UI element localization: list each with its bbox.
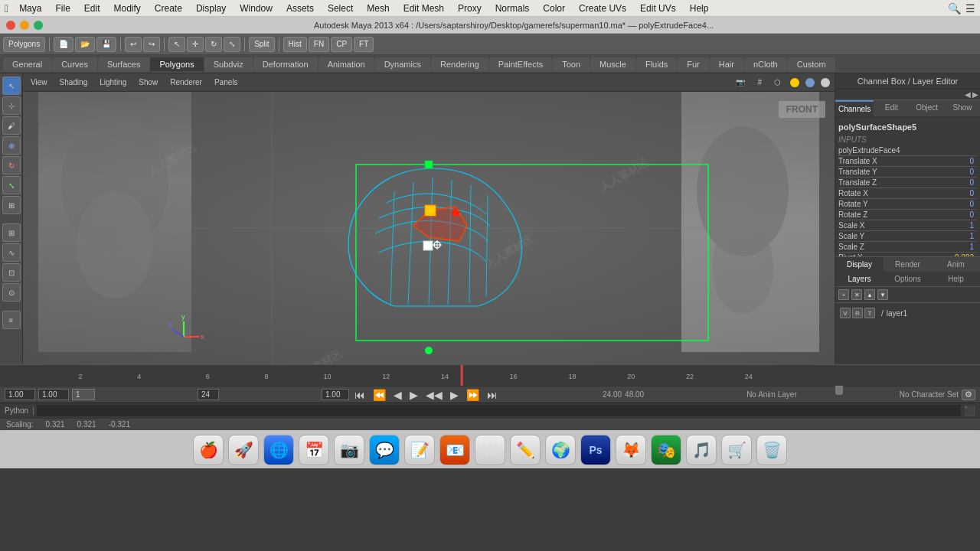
- vp-renderer-menu[interactable]: Renderer: [165, 77, 207, 88]
- snap-curve-btn[interactable]: ∿: [2, 243, 21, 262]
- maximize-button[interactable]: [34, 21, 43, 30]
- go-end-btn[interactable]: ⏭: [485, 389, 500, 401]
- viewport-canvas[interactable]: FRONT 人人素材区 人人素材区 人人素材区 人人素材区: [23, 92, 835, 364]
- tab-surfaces[interactable]: Surfaces: [98, 57, 149, 71]
- tab-dynamics[interactable]: Dynamics: [375, 57, 430, 71]
- menu-edit-mesh[interactable]: Edit Mesh: [397, 2, 450, 15]
- dock-trash[interactable]: 🗑️: [756, 435, 787, 465]
- vp-view-menu[interactable]: View: [26, 77, 52, 88]
- tab-polygons[interactable]: Polygons: [150, 57, 203, 71]
- hist-btn[interactable]: Hist: [283, 37, 307, 52]
- close-button[interactable]: [6, 21, 15, 30]
- dock-word[interactable]: W: [475, 435, 505, 465]
- tab-anim[interactable]: Anim: [932, 257, 980, 272]
- vp-panels-menu[interactable]: Panels: [210, 77, 243, 88]
- subtab-options[interactable]: Options: [884, 272, 932, 286]
- tab-general[interactable]: General: [3, 57, 51, 71]
- tab-subdviz[interactable]: Subdviz: [204, 57, 253, 71]
- rotate-btn[interactable]: ↻: [2, 156, 21, 174]
- new-scene-btn[interactable]: 📄: [54, 37, 74, 52]
- snap-grid-btn[interactable]: ⊞: [2, 223, 21, 242]
- menu-edit-uvs[interactable]: Edit UVs: [634, 2, 682, 15]
- speed-field[interactable]: [322, 389, 349, 400]
- snap-view-btn[interactable]: ⊙: [2, 283, 21, 302]
- go-start-btn[interactable]: ⏮: [352, 389, 368, 401]
- menu-color[interactable]: Color: [537, 2, 571, 15]
- dock-textedit[interactable]: ✏️: [510, 435, 541, 465]
- translate-x-row[interactable]: Translate X 0: [838, 156, 977, 167]
- menu-mesh[interactable]: Mesh: [361, 2, 395, 15]
- vp-shading-menu[interactable]: Shading: [55, 77, 93, 88]
- scale-btn[interactable]: ⤡: [2, 176, 21, 194]
- menu-create[interactable]: Create: [149, 2, 188, 15]
- tab-render[interactable]: Render: [884, 257, 932, 272]
- vp-lighting-menu[interactable]: Lighting: [95, 77, 131, 88]
- python-input[interactable]: [37, 405, 961, 416]
- dock-photoshop[interactable]: Ps: [580, 435, 611, 465]
- layer-vis-btn[interactable]: V: [840, 308, 851, 318]
- subtab-help[interactable]: Help: [932, 272, 980, 286]
- menu-modify[interactable]: Modify: [108, 2, 147, 15]
- dock-firefox[interactable]: 🦊: [616, 435, 646, 465]
- input-node-row[interactable]: polyExtrudeFace4: [838, 145, 977, 156]
- menu-help[interactable]: Help: [684, 2, 715, 15]
- tab-toon[interactable]: Toon: [553, 57, 590, 71]
- tab-muscle[interactable]: Muscle: [590, 57, 635, 71]
- tab-object[interactable]: Object: [910, 100, 945, 116]
- dock-calendar[interactable]: 📅: [299, 435, 329, 465]
- tab-hair[interactable]: Hair: [710, 57, 743, 71]
- dock-photos[interactable]: 📷: [334, 435, 364, 465]
- prev-key-btn[interactable]: ◀: [391, 389, 404, 401]
- dock-safari[interactable]: 🌐: [263, 435, 294, 465]
- wireframe-btn[interactable]: ⬡: [769, 77, 786, 88]
- layer-delete-btn[interactable]: ✕: [851, 289, 862, 300]
- menu-display[interactable]: Display: [190, 2, 232, 15]
- menu-assets[interactable]: Assets: [280, 2, 320, 15]
- end-frame-field[interactable]: [198, 389, 219, 400]
- rotate-tool-btn[interactable]: ↻: [205, 37, 222, 52]
- dock-internet[interactable]: 🌍: [545, 435, 576, 465]
- tab-show[interactable]: Show: [945, 100, 980, 116]
- move-tool-btn[interactable]: ✛: [187, 37, 204, 52]
- rotate-y-row[interactable]: Rotate Y 0: [838, 199, 977, 210]
- scale-x-row[interactable]: Scale X 1: [838, 220, 977, 231]
- minimize-button[interactable]: [20, 21, 29, 30]
- snap-point-btn[interactable]: ⊡: [2, 263, 21, 282]
- tab-fluids[interactable]: Fluids: [636, 57, 677, 71]
- scale-z-row[interactable]: Scale Z 1: [838, 242, 977, 253]
- tab-curves[interactable]: Curves: [52, 57, 97, 71]
- dock-outlook[interactable]: 📧: [439, 435, 470, 465]
- select-tool-btn[interactable]: ↖: [168, 37, 185, 52]
- mode-selector[interactable]: Polygons: [3, 37, 45, 52]
- tab-animation[interactable]: Animation: [318, 57, 374, 71]
- dock-appstore[interactable]: 🛒: [721, 435, 752, 465]
- tab-ncloth[interactable]: nCloth: [744, 57, 787, 71]
- save-btn[interactable]: 💾: [96, 37, 116, 52]
- menu-maya[interactable]: Maya: [13, 2, 47, 15]
- current-time-field[interactable]: [38, 389, 69, 400]
- menu-icon[interactable]: ☰: [965, 2, 975, 15]
- menu-file[interactable]: File: [49, 2, 76, 15]
- maximize-icon[interactable]: ⬛: [964, 406, 975, 416]
- scale-y-row[interactable]: Scale Y 1: [838, 231, 977, 242]
- light-cool[interactable]: [805, 78, 815, 87]
- rotate-x-row[interactable]: Rotate X 0: [838, 188, 977, 199]
- vp-show-menu[interactable]: Show: [134, 77, 162, 88]
- tab-display[interactable]: Display: [835, 257, 884, 272]
- menu-normals[interactable]: Normals: [489, 2, 536, 15]
- panel-collapse-btn[interactable]: ◀: [965, 90, 971, 99]
- dock-skype[interactable]: 💬: [369, 435, 400, 465]
- subtab-layers[interactable]: Layers: [835, 272, 884, 286]
- dock-finder[interactable]: 🍎: [193, 435, 224, 465]
- prev-frame-btn[interactable]: ⏪: [371, 389, 388, 401]
- play-reverse-btn[interactable]: ◀◀: [423, 389, 445, 401]
- dock-notes[interactable]: 📝: [404, 435, 435, 465]
- lasso-tool-btn[interactable]: ⊹: [2, 96, 21, 115]
- open-btn[interactable]: 📂: [75, 37, 95, 52]
- layer-btn[interactable]: ≡: [2, 311, 21, 329]
- dock-cleopatra[interactable]: 🎭: [651, 435, 681, 465]
- paint-select-btn[interactable]: 🖌: [2, 116, 21, 135]
- layer-move-down-btn[interactable]: ▼: [877, 289, 888, 300]
- next-frame-btn[interactable]: ⏩: [464, 389, 482, 401]
- panel-expand-btn[interactable]: ▶: [972, 90, 978, 99]
